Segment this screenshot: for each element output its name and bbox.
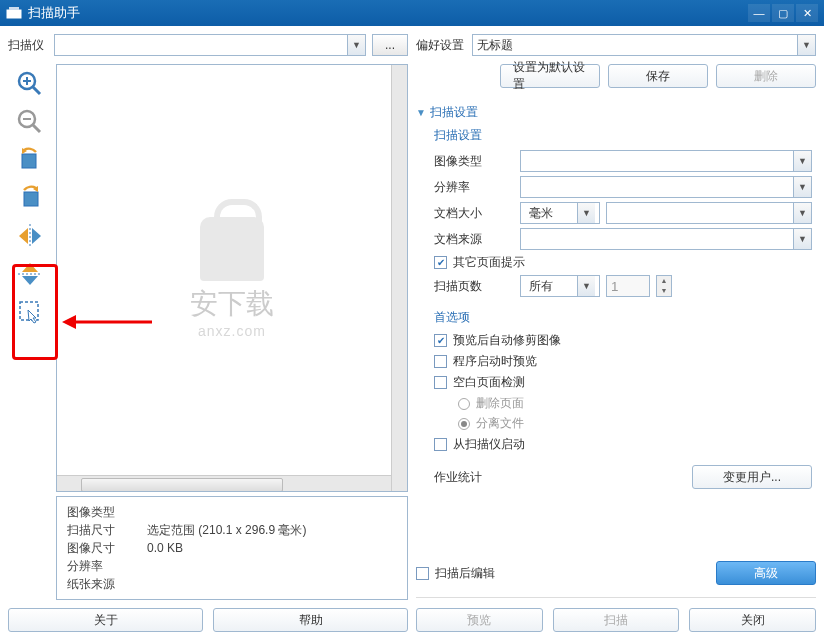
info-scansize-label: 扫描尺寸 xyxy=(67,521,147,539)
save-pref-button[interactable]: 保存 xyxy=(608,64,708,88)
scan-pages-number[interactable] xyxy=(606,275,650,297)
about-button[interactable]: 关于 xyxy=(8,608,203,632)
preview-button[interactable]: 预览 xyxy=(416,608,543,632)
chevron-down-icon: ▼ xyxy=(347,35,365,55)
blank-detect-checkbox[interactable] xyxy=(434,376,447,389)
flip-horizontal-button[interactable] xyxy=(14,220,46,252)
scan-pages-select[interactable]: 所有▼ xyxy=(520,275,600,297)
triangle-down-icon: ▼ xyxy=(416,107,426,118)
close-button[interactable]: ✕ xyxy=(796,4,818,22)
help-button[interactable]: 帮助 xyxy=(213,608,408,632)
blank-detect-label: 空白页面检测 xyxy=(453,374,525,391)
docsize-select[interactable]: ▼ xyxy=(606,202,812,224)
blank-split-label: 分离文件 xyxy=(476,415,524,432)
preview-area[interactable]: 安下载 anxz.com xyxy=(56,64,408,492)
scan-pages-label: 扫描页数 xyxy=(434,278,514,295)
rotate-right-button[interactable] xyxy=(14,182,46,214)
delete-pref-button[interactable]: 删除 xyxy=(716,64,816,88)
maximize-button[interactable]: ▢ xyxy=(772,4,794,22)
svg-marker-21 xyxy=(62,315,76,329)
annotation-highlight xyxy=(12,264,58,360)
svg-line-7 xyxy=(33,125,40,132)
preview-start-label: 程序启动时预览 xyxy=(453,353,537,370)
other-pages-label: 其它页面提示 xyxy=(453,254,525,271)
svg-marker-14 xyxy=(19,228,28,244)
scrollbar-horizontal[interactable] xyxy=(57,475,391,491)
autocrop-checkbox[interactable] xyxy=(434,334,447,347)
scan-button[interactable]: 扫描 xyxy=(553,608,680,632)
pref-select[interactable]: 无标题 ▼ xyxy=(472,34,816,56)
start-scanner-label: 从扫描仪启动 xyxy=(453,436,525,453)
svg-rect-11 xyxy=(24,192,38,206)
docsize-label: 文档大小 xyxy=(434,205,514,222)
advanced-button[interactable]: 高级 xyxy=(716,561,816,585)
zoom-out-button[interactable] xyxy=(14,106,46,138)
other-pages-checkbox[interactable] xyxy=(434,256,447,269)
info-panel: 图像类型 扫描尺寸选定范围 (210.1 x 296.9 毫米) 图像尺寸0.0… xyxy=(56,496,408,600)
image-type-select[interactable]: ▼ xyxy=(520,150,812,172)
svg-marker-15 xyxy=(32,228,41,244)
scanner-browse-button[interactable]: ... xyxy=(372,34,408,56)
chevron-down-icon: ▼ xyxy=(797,35,815,55)
options-header[interactable]: 首选项 xyxy=(434,309,812,326)
svg-rect-9 xyxy=(22,154,36,168)
info-source-label: 纸张来源 xyxy=(67,575,147,593)
edit-after-scan-label: 扫描后编辑 xyxy=(435,565,495,582)
docsize-unit-select[interactable]: 毫米▼ xyxy=(520,202,600,224)
blank-delete-label: 删除页面 xyxy=(476,395,524,412)
start-scanner-checkbox[interactable] xyxy=(434,438,447,451)
set-default-button[interactable]: 设置为默认设置 xyxy=(500,64,600,88)
watermark: 安下载 anxz.com xyxy=(190,217,274,339)
scan-settings-header[interactable]: ▼ 扫描设置 xyxy=(416,104,812,121)
titlebar: 扫描助手 — ▢ ✕ xyxy=(0,0,824,26)
stats-label: 作业统计 xyxy=(434,469,482,486)
blank-split-radio[interactable] xyxy=(458,418,470,430)
scanner-label: 扫描仪 xyxy=(8,37,48,54)
docsource-select[interactable]: ▼ xyxy=(520,228,812,250)
vertical-toolbar xyxy=(8,64,52,600)
zoom-in-button[interactable] xyxy=(14,68,46,100)
svg-line-3 xyxy=(33,87,40,94)
edit-after-scan-checkbox[interactable] xyxy=(416,567,429,580)
blank-delete-radio[interactable] xyxy=(458,398,470,410)
info-imgsize-label: 图像尺寸 xyxy=(67,539,147,557)
resolution-select[interactable]: ▼ xyxy=(520,176,812,198)
rotate-left-button[interactable] xyxy=(14,144,46,176)
info-resolution-label: 分辨率 xyxy=(67,557,147,575)
scan-settings-subheader[interactable]: 扫描设置 xyxy=(434,127,812,144)
svg-rect-0 xyxy=(7,10,21,18)
scrollbar-vertical[interactable] xyxy=(391,65,407,491)
window-title: 扫描助手 xyxy=(28,4,748,22)
lock-icon xyxy=(200,217,264,281)
resolution-label: 分辨率 xyxy=(434,179,514,196)
change-user-button[interactable]: 变更用户... xyxy=(692,465,812,489)
docsource-label: 文档来源 xyxy=(434,231,514,248)
preview-start-checkbox[interactable] xyxy=(434,355,447,368)
annotation-arrow xyxy=(62,312,152,332)
scanner-select[interactable]: ▼ xyxy=(54,34,366,56)
svg-rect-1 xyxy=(9,7,19,10)
app-icon xyxy=(6,6,22,20)
info-imgsize-value: 0.0 KB xyxy=(147,539,397,557)
autocrop-label: 预览后自动修剪图像 xyxy=(453,332,561,349)
pref-label: 偏好设置 xyxy=(416,37,466,54)
image-type-label: 图像类型 xyxy=(434,153,514,170)
info-type-label: 图像类型 xyxy=(67,503,147,521)
scan-pages-spinner[interactable]: ▲▼ xyxy=(656,275,672,297)
close-dialog-button[interactable]: 关闭 xyxy=(689,608,816,632)
info-scansize-value: 选定范围 (210.1 x 296.9 毫米) xyxy=(147,521,397,539)
minimize-button[interactable]: — xyxy=(748,4,770,22)
